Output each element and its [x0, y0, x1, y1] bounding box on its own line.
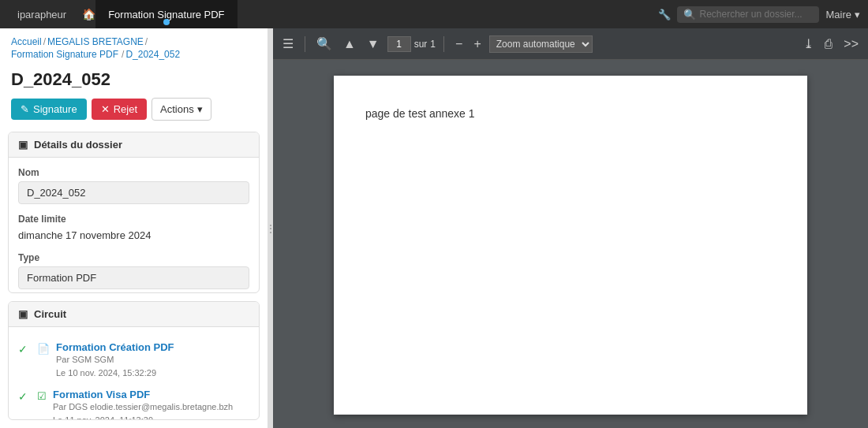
- breadcrumb-formation[interactable]: Formation Signature PDF: [11, 49, 118, 60]
- brand-label: iparapheur: [8, 9, 76, 20]
- page-number-input[interactable]: [387, 36, 411, 52]
- breadcrumb-sep-3: /: [122, 49, 124, 60]
- pdf-page-info: sur 1: [387, 36, 436, 52]
- active-tab[interactable]: Formation Signature PDF: [95, 0, 237, 28]
- breadcrumb-dossier[interactable]: D_2024_052: [125, 49, 180, 60]
- user-menu[interactable]: Maire ▾: [825, 9, 860, 20]
- details-header[interactable]: ▣ Détails du dossier: [9, 132, 259, 158]
- breadcrumb-sep-1: /: [43, 36, 46, 47]
- details-header-label: Détails du dossier: [34, 139, 122, 151]
- main-layout: Accueil / MEGALIS BRETAGNE / Formation S…: [0, 28, 868, 428]
- type-value: Formation PDF: [18, 266, 249, 289]
- details-body: Nom D_2024_052 Date limite dimanche 17 n…: [9, 158, 259, 293]
- rejet-label: Rejet: [114, 103, 137, 115]
- pdf-sep-2: [443, 36, 444, 52]
- page-title: D_2024_052: [0, 63, 268, 98]
- pdf-content: page de test annexe 1: [273, 60, 868, 428]
- circuit-header[interactable]: ▣ Circuit: [9, 302, 259, 327]
- zoom-select[interactable]: Zoom automatique 50% 75% 100% 125% 150%: [489, 35, 593, 53]
- resize-handle[interactable]: [268, 28, 273, 428]
- pdf-expand-button[interactable]: >>: [840, 35, 862, 53]
- circuit-toggle-icon: ▣: [18, 308, 28, 320]
- circuit-item-content-2: Formation Visa PDF Par DGS elodie.tessie…: [53, 389, 233, 420]
- check-icon-1: ✓: [18, 343, 31, 355]
- field-date-limite: Date limite dimanche 17 novembre 2024: [18, 214, 249, 243]
- zoom-plus-button[interactable]: +: [470, 35, 484, 53]
- circuit-item-1: ✓ 📄 Formation Création PDF Par SGM SGM L…: [18, 337, 249, 384]
- circuit-item-meta-date-2: Le 11 nov. 2024, 11:13:39: [53, 414, 233, 420]
- search-input[interactable]: [699, 9, 802, 20]
- page-of-label: sur: [414, 39, 428, 50]
- search-icon: 🔍: [683, 9, 696, 20]
- pdf-viewer: ☰ 🔍 ▲ ▼ sur 1 − + Zoom automatique 50% 7…: [273, 28, 868, 428]
- top-nav: iparapheur 🏠 Formation Signature PDF 🔧 🔍…: [0, 0, 868, 28]
- check-doc-icon-2: ☑: [37, 390, 47, 402]
- page-down-button[interactable]: ▼: [364, 35, 383, 53]
- pdf-page-text: page de test annexe 1: [365, 107, 475, 120]
- pdf-sep-1: [305, 36, 305, 52]
- pdf-print-button[interactable]: ⎙: [821, 35, 836, 53]
- details-toggle-icon: ▣: [18, 139, 28, 151]
- type-label: Type: [18, 252, 249, 263]
- circuit-item-meta-par-2: Par DGS elodie.tessier@megalis.bretagne.…: [53, 400, 233, 414]
- left-panel: Accueil / MEGALIS BRETAGNE / Formation S…: [0, 28, 268, 428]
- date-limite-value: dimanche 17 novembre 2024: [18, 228, 249, 243]
- page-up-button[interactable]: ▲: [340, 35, 359, 53]
- search-box[interactable]: 🔍: [677, 6, 819, 23]
- circuit-item-title-2[interactable]: Formation Visa PDF: [53, 389, 233, 400]
- doc-icon-1: 📄: [37, 343, 50, 355]
- breadcrumb-accueil[interactable]: Accueil: [11, 36, 42, 47]
- signature-icon: ✎: [21, 103, 29, 115]
- check-icon-2: ✓: [18, 390, 31, 403]
- rejet-button[interactable]: ✕ Rejet: [92, 99, 147, 120]
- wrench-icon: 🔧: [658, 9, 671, 20]
- breadcrumb-sep-2: /: [145, 36, 148, 47]
- circuit-item-content-1: Formation Création PDF Par SGM SGM Le 10…: [56, 341, 174, 379]
- circuit-header-label: Circuit: [34, 308, 66, 320]
- circuit-item-meta-par-1: Par SGM SGM: [56, 353, 174, 367]
- breadcrumb-megalis[interactable]: MEGALIS BRETAGNE: [47, 36, 144, 47]
- circuit-item-meta-date-1: Le 10 nov. 2024, 15:32:29: [56, 367, 174, 380]
- chevron-down-icon: ▾: [855, 9, 860, 20]
- actions-label: Actions: [160, 103, 194, 115]
- actions-dropdown-icon: ▾: [197, 103, 203, 115]
- circuit-item-title-1[interactable]: Formation Création PDF: [56, 341, 174, 353]
- circuit-body: ✓ 📄 Formation Création PDF Par SGM SGM L…: [9, 327, 259, 420]
- pdf-toolbar: ☰ 🔍 ▲ ▼ sur 1 − + Zoom automatique 50% 7…: [273, 28, 868, 60]
- zoom-out-icon[interactable]: 🔍: [313, 35, 335, 53]
- sidebar-toggle-button[interactable]: ☰: [279, 35, 297, 53]
- nom-value: D_2024_052: [18, 181, 249, 204]
- field-nom: Nom D_2024_052: [18, 167, 249, 204]
- action-buttons: ✎ Signature ✕ Rejet Actions ▾: [0, 98, 268, 132]
- circuit-section: ▣ Circuit ✓ 📄 Formation Création PDF Par…: [8, 301, 260, 420]
- signature-button[interactable]: ✎ Signature: [11, 99, 87, 120]
- pdf-download-button[interactable]: ⤓: [800, 35, 817, 53]
- page-total-label: 1: [430, 39, 436, 50]
- field-type: Type Formation PDF: [18, 252, 249, 289]
- nav-tools: 🔧 🔍 Maire ▾: [658, 6, 860, 23]
- home-icon[interactable]: 🏠: [82, 8, 95, 20]
- signature-label: Signature: [33, 103, 77, 115]
- tab-indicator: [163, 19, 170, 25]
- date-limite-label: Date limite: [18, 214, 249, 225]
- nom-label: Nom: [18, 167, 249, 178]
- rejet-icon: ✕: [101, 103, 110, 115]
- actions-button[interactable]: Actions ▾: [152, 98, 211, 121]
- details-section: ▣ Détails du dossier Nom D_2024_052 Date…: [8, 132, 260, 293]
- zoom-minus-button[interactable]: −: [452, 35, 466, 53]
- user-label: Maire: [825, 9, 851, 20]
- pdf-page: page de test annexe 1: [334, 76, 807, 415]
- breadcrumb: Accueil / MEGALIS BRETAGNE / Formation S…: [0, 28, 268, 63]
- circuit-item-2: ✓ ☑ Formation Visa PDF Par DGS elodie.te…: [18, 384, 249, 420]
